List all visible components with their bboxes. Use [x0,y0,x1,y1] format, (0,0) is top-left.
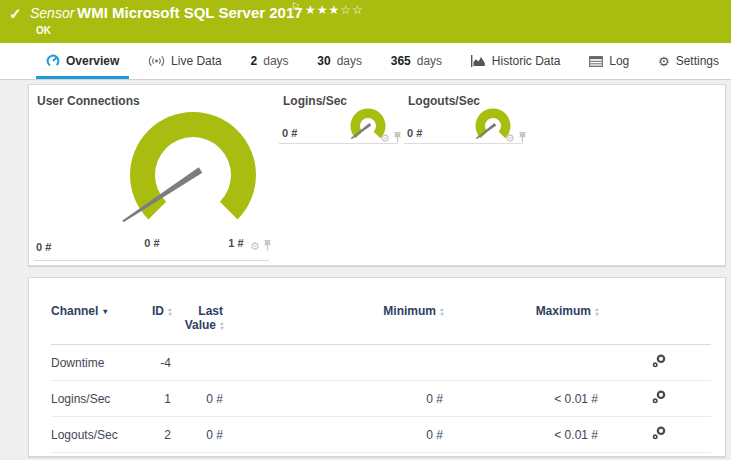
sort-icon: ▴▾ [440,307,443,317]
tab-log[interactable]: Log [587,43,631,79]
channel-id: 0 [146,453,171,460]
ok-check-icon: ✓ [9,5,22,23]
primary-gauge-value: 0 # [36,241,51,253]
gauge-gear-icon[interactable]: ⚙ [250,241,260,251]
sort-icon: ▴▾ [595,307,598,317]
sensor-kind-label: Sensor [30,5,74,21]
channel-minimum [223,345,443,381]
channel-last-value: 0 # [171,381,223,417]
sort-desc-icon: ▾ [103,307,107,316]
gauge-pin-icon[interactable] [393,132,402,143]
channel-settings-icon[interactable] [652,354,666,371]
gauge-pin-icon[interactable] [518,132,527,143]
tab-2-days[interactable]: 2 days [249,43,291,79]
gauge-panel: User Connections 0 # 1 # 0 # ⚙ Logins/Se… [28,84,726,266]
priority-stars[interactable]: ★★★☆☆ [305,3,364,17]
gauge-baseline [279,143,398,144]
channel-name[interactable]: Logouts/Sec [51,417,146,453]
channel-table-panel: Channel▾ ID▴▾ Last Value▴▾ Minimum▴▾ Max… [28,277,726,457]
sensor-title: WMI Microsoft SQL Server 2017 [77,4,303,21]
gear-icon: ⚙ [658,54,670,69]
tab-historic-data[interactable]: Historic Data [469,43,563,79]
channel-id: -4 [146,345,171,381]
gauge-baseline [404,143,523,144]
sort-icon: ▴▾ [168,307,171,317]
tab-settings[interactable]: ⚙ Settings [656,43,721,79]
column-header-maximum[interactable]: Maximum▴▾ [443,278,598,345]
gauge-baseline [34,260,269,261]
table-header-row: Channel▾ ID▴▾ Last Value▴▾ Minimum▴▾ Max… [51,278,711,345]
primary-gauge-title: User Connections [37,94,140,108]
logouts-gauge-title: Logouts/Sec [408,94,480,108]
tab-bar: Overview Live Data 2 days 30 days 365 da… [0,43,731,80]
channel-table: Channel▾ ID▴▾ Last Value▴▾ Minimum▴▾ Max… [51,278,711,460]
column-header-channel[interactable]: Channel▾ [51,278,146,345]
channel-settings-icon[interactable] [652,390,666,407]
tab-365-days[interactable]: 365 days [389,43,444,79]
channel-id: 2 [146,417,171,453]
sort-icon: ▴▾ [220,321,223,331]
table-row[interactable]: Logins/Sec 1 0 # 0 # < 0.01 # [51,381,711,417]
area-chart-icon [471,55,486,67]
column-header-settings [598,278,711,345]
logins-gauge-title: Logins/Sec [283,94,347,108]
logins-gauge-value: 0 # [282,127,297,139]
broadcast-icon [148,55,165,67]
channel-last-value [171,345,223,381]
channel-id: 1 [146,381,171,417]
channel-minimum: 0 # [223,381,443,417]
tab-overview[interactable]: Overview [44,43,121,79]
channel-minimum: 0 # [223,453,443,460]
channel-maximum: 0 # [443,453,598,460]
channel-name[interactable]: Downtime [51,345,146,381]
channel-maximum: < 0.01 # [443,381,598,417]
column-header-minimum[interactable]: Minimum▴▾ [223,278,443,345]
channel-last-value: 0 # [171,417,223,453]
table-row[interactable]: Downtime -4 [51,345,711,381]
channel-settings-icon[interactable] [652,426,666,443]
channel-minimum: 0 # [223,417,443,453]
column-header-last-value[interactable]: Last Value▴▾ [171,278,223,345]
gauge-gear-icon[interactable]: ⚙ [505,133,515,143]
tab-live-data[interactable]: Live Data [146,43,224,79]
channel-name[interactable]: User Connections [51,453,146,460]
gauge-icon [46,54,60,68]
log-icon [589,56,603,67]
table-row[interactable]: User Connections 0 0 # 0 # 0 # [51,453,711,460]
table-row[interactable]: Logouts/Sec 2 0 # 0 # < 0.01 # [51,417,711,453]
status-badge: OK [36,25,51,36]
logouts-gauge-value: 0 # [407,127,422,139]
gauge-pin-icon[interactable] [263,240,272,251]
gauge-gear-icon[interactable]: ⚙ [380,133,390,143]
channel-last-value: 0 # [171,453,223,460]
tab-30-days[interactable]: 30 days [315,43,364,79]
priority-flag-icon[interactable]: ⚐ [291,1,300,12]
user-connections-gauge [118,109,268,249]
gauge-scale-min: 0 # [132,237,172,249]
channel-maximum: < 0.01 # [443,417,598,453]
channel-name[interactable]: Logins/Sec [51,381,146,417]
channel-maximum [443,345,598,381]
column-header-id[interactable]: ID▴▾ [146,278,171,345]
sensor-status-header: ✓ Sensor WMI Microsoft SQL Server 2017 ⚐… [0,0,731,43]
